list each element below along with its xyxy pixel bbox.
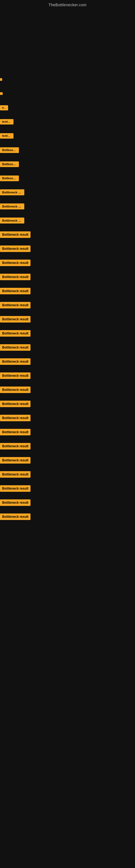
bottleneck-labels-container: Bottleneck resultBottleneck resultBottle… (0, 73, 135, 525)
bottleneck-label: Bottleneck result (0, 92, 3, 95)
bottleneck-label: Bottleneck result (0, 499, 31, 506)
bottleneck-label: Bottleneck result (0, 147, 19, 153)
bottleneck-label: Bottleneck result (0, 429, 31, 435)
bottleneck-label: Bottleneck result (0, 161, 19, 167)
bottleneck-label: Bottleneck result (0, 415, 31, 421)
bottleneck-row: Bottleneck result (0, 355, 135, 368)
bottleneck-row: Bottleneck result (0, 299, 135, 311)
bottleneck-label: Bottleneck result (0, 218, 24, 223)
bottleneck-row: Bottleneck result (0, 88, 135, 99)
bottleneck-label: Bottleneck result (0, 133, 13, 138)
bottleneck-label: Bottleneck result (0, 316, 31, 322)
bottleneck-row: Bottleneck result (0, 328, 135, 339)
bottleneck-row: Bottleneck result (0, 144, 135, 156)
bottleneck-row: Bottleneck result (0, 257, 135, 269)
bottleneck-row: Bottleneck result (0, 102, 135, 114)
bottleneck-label: Bottleneck result (0, 514, 31, 520)
bottleneck-label: Bottleneck result (0, 288, 31, 294)
bottleneck-row: Bottleneck result (0, 426, 135, 438)
bottleneck-label: Bottleneck result (0, 119, 13, 124)
bottleneck-label: Bottleneck result (0, 401, 31, 407)
bottleneck-label: Bottleneck result (0, 457, 31, 464)
bottleneck-label: Bottleneck result (0, 302, 31, 308)
bottleneck-label: Bottleneck result (0, 344, 31, 351)
bottleneck-label: Bottleneck result (0, 443, 31, 450)
bottleneck-label: Bottleneck result (0, 485, 31, 492)
bottleneck-label: Bottleneck result (0, 471, 31, 478)
bottleneck-label: Bottleneck result (0, 330, 31, 337)
bottleneck-label: Bottleneck result (0, 105, 8, 111)
bottleneck-row: Bottleneck result (0, 341, 135, 353)
bottleneck-row: Bottleneck result (0, 186, 135, 198)
bottleneck-row: Bottleneck result (0, 285, 135, 297)
bottleneck-label: Bottleneck result (0, 176, 19, 181)
bottleneck-row: Bottleneck result (0, 384, 135, 396)
bottleneck-label: Bottleneck result (0, 231, 31, 238)
bottleneck-row: Bottleneck result (0, 468, 135, 480)
bottleneck-row: Bottleneck result (0, 412, 135, 424)
bottleneck-row: Bottleneck result (0, 271, 135, 283)
bottleneck-row: Bottleneck result (0, 215, 135, 226)
bottleneck-label: Bottleneck result (0, 358, 31, 365)
bottleneck-label: Bottleneck result (0, 246, 31, 252)
bottleneck-row: Bottleneck result (0, 116, 135, 128)
bottleneck-row: Bottleneck result (0, 229, 135, 241)
bottleneck-row: Bottleneck result (0, 511, 135, 523)
bottleneck-row: Bottleneck result (0, 172, 135, 184)
bottleneck-row: Bottleneck result (0, 130, 135, 142)
bottleneck-row: Bottleneck result (0, 398, 135, 410)
bottleneck-label: Bottleneck result (0, 189, 24, 195)
bottleneck-row: Bottleneck result (0, 313, 135, 325)
bottleneck-row: Bottleneck result (0, 243, 135, 255)
bottleneck-row: Bottleneck result (0, 497, 135, 508)
bottleneck-row: Bottleneck result (0, 454, 135, 466)
chart-area (5, 11, 130, 71)
site-title: TheBottlenecker.com (0, 0, 135, 8)
bottleneck-label: Bottleneck result (0, 204, 24, 209)
bottleneck-row: Bottleneck result (0, 158, 135, 170)
bottleneck-label: Bottleneck result (0, 274, 31, 280)
bottleneck-label: Bottleneck result (0, 386, 31, 393)
bottleneck-row: Bottleneck result (0, 200, 135, 212)
bottleneck-row: Bottleneck result (0, 483, 135, 495)
bottleneck-label: Bottleneck result (0, 259, 31, 266)
bottleneck-row: Bottleneck result (0, 370, 135, 382)
bottleneck-row: Bottleneck result (0, 73, 135, 86)
bottleneck-row: Bottleneck result (0, 440, 135, 452)
bottleneck-label: Bottleneck result (0, 78, 2, 81)
bottleneck-label: Bottleneck result (0, 372, 31, 379)
